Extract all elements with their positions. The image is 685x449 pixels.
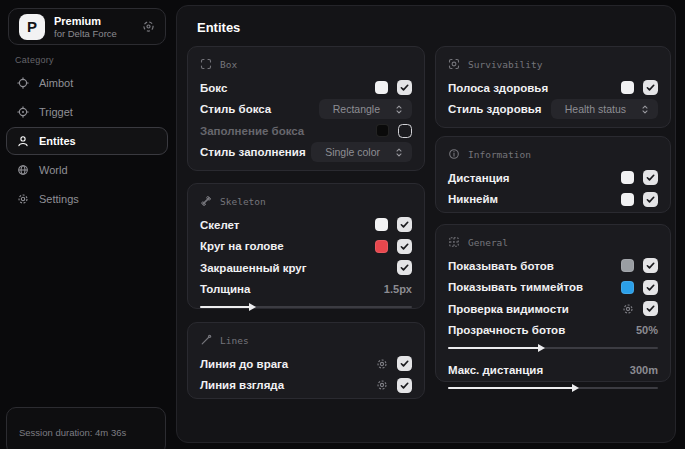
checkbox[interactable] [643, 301, 658, 316]
setting-label: Скелет [200, 219, 240, 231]
card-information: Information Дистанция Никнейм [435, 136, 671, 213]
setting-row: Закрашенный круг [200, 257, 412, 279]
setting-row: Круг на голове [200, 236, 412, 258]
bounding-box-icon [200, 58, 212, 70]
sidebar-item-trigget[interactable]: Trigget [6, 98, 168, 126]
slider-thumb[interactable] [249, 303, 256, 311]
color-swatch[interactable] [621, 193, 634, 206]
setting-row: Дистанция [448, 167, 658, 189]
line-settings-gear-icon[interactable] [376, 358, 388, 370]
health-style-dropdown[interactable]: Health status [551, 99, 658, 119]
line-settings-gear-icon[interactable] [376, 379, 388, 391]
setting-label: Линия взгляда [200, 379, 284, 391]
chevron-up-down-icon [394, 147, 404, 158]
card-header-label: General [468, 237, 508, 248]
checkbox[interactable] [643, 80, 658, 95]
globe-icon [17, 164, 29, 176]
checkbox[interactable] [643, 258, 658, 273]
slider-value: 1.5px [384, 283, 412, 295]
setting-row: Показывать ботов [448, 255, 658, 277]
checkbox[interactable] [397, 217, 412, 232]
slider-fill [448, 347, 540, 349]
app-title: Premium [54, 15, 117, 27]
checkbox[interactable] [397, 356, 412, 371]
sidebar-item-label: Aimbot [39, 77, 73, 89]
sidebar-item-settings[interactable]: Settings [6, 185, 168, 213]
app-subtitle: for Delta Force [54, 28, 117, 39]
card-lines: Lines Линия до врага Линия взгляда [187, 322, 425, 399]
line-icon [200, 334, 212, 346]
slider-thumb[interactable] [538, 344, 545, 352]
color-swatch[interactable] [621, 259, 634, 272]
visibility-settings-gear-icon[interactable] [622, 303, 634, 315]
setting-label: Закрашенный круг [200, 262, 307, 274]
color-swatch[interactable] [376, 124, 389, 137]
setting-row: Стиль заполнения Single color [200, 142, 412, 164]
setting-label: Прозрачность ботов [448, 324, 565, 336]
fill-style-dropdown[interactable]: Single color [311, 142, 412, 162]
color-swatch[interactable] [621, 81, 634, 94]
card-header-label: Box [220, 59, 237, 70]
slider-thumb[interactable] [572, 384, 579, 392]
setting-label: Полоса здоровья [448, 82, 548, 94]
setting-row: Линия взгляда [200, 375, 412, 397]
slider-value: 300m [630, 364, 658, 376]
max-distance-slider[interactable] [448, 383, 658, 393]
box-style-dropdown[interactable]: Rectangle [319, 99, 412, 119]
sidebar-item-aimbot[interactable]: Aimbot [6, 69, 168, 97]
setting-label: Бокс [200, 82, 227, 94]
checkbox[interactable] [397, 239, 412, 254]
setting-label: Толщина [200, 283, 250, 295]
setting-row: Макс. дистанция 300m [448, 359, 658, 381]
checkbox[interactable] [643, 280, 658, 295]
setting-label: Стиль бокса [200, 103, 271, 115]
setting-label: Никнейм [448, 193, 498, 205]
sync-icon[interactable] [142, 20, 155, 33]
page-title: Entites [197, 20, 240, 35]
bone-icon [200, 195, 212, 207]
setting-row: Проверка видимости [448, 298, 658, 320]
setting-row: Показывать тиммейтов [448, 277, 658, 299]
color-swatch[interactable] [621, 171, 634, 184]
checkbox[interactable] [397, 260, 412, 275]
setting-label: Макс. дистанция [448, 364, 543, 376]
color-swatch[interactable] [375, 240, 388, 253]
sidebar-item-label: World [39, 164, 68, 176]
checkbox[interactable] [398, 124, 412, 138]
app-logo: P [19, 14, 45, 40]
color-swatch[interactable] [375, 218, 388, 231]
sidebar-item-label: Trigget [39, 106, 73, 118]
setting-label: Показывать ботов [448, 260, 554, 272]
checkbox[interactable] [397, 80, 412, 95]
scan-target-icon [448, 58, 460, 70]
card-general: General Показывать ботов Показывать тимм… [435, 224, 671, 382]
session-card: Session duration: 4m 36s [6, 407, 166, 449]
checkbox[interactable] [643, 170, 658, 185]
session-duration-text: Session duration: 4m 36s [19, 427, 126, 438]
sidebar-item-entites[interactable]: Entites [6, 127, 168, 155]
dropdown-value: Rectangle [327, 103, 386, 115]
card-skeleton: Skeleton Скелет Круг на голове Закрашенн… [187, 183, 425, 309]
setting-label: Заполнение бокса [200, 125, 304, 137]
card-survivability: Survivability Полоса здоровья Стиль здор… [435, 46, 671, 128]
setting-row: Полоса здоровья [448, 77, 658, 99]
bot-opacity-slider[interactable] [448, 343, 658, 353]
trigger-icon [17, 106, 29, 118]
setting-row: Прозрачность ботов 50% [448, 320, 658, 342]
sidebar-item-world[interactable]: World [6, 156, 168, 184]
color-swatch[interactable] [375, 81, 388, 94]
checkbox[interactable] [643, 192, 658, 207]
sidebar-item-label: Settings [39, 193, 79, 205]
sidebar: P Premium for Delta Force Category Aimbo… [0, 0, 172, 449]
gear-icon [17, 193, 29, 205]
setting-label: Проверка видимости [448, 303, 569, 315]
color-swatch[interactable] [621, 281, 634, 294]
setting-label: Стиль здоровья [448, 103, 542, 115]
thickness-slider[interactable] [200, 302, 412, 312]
setting-row: Скелет [200, 214, 412, 236]
card-header-label: Survivability [468, 59, 542, 70]
setting-row: Заполнение бокса [200, 120, 412, 142]
slider-value: 50% [636, 324, 658, 336]
grid-icon [448, 236, 460, 248]
checkbox[interactable] [397, 378, 412, 393]
